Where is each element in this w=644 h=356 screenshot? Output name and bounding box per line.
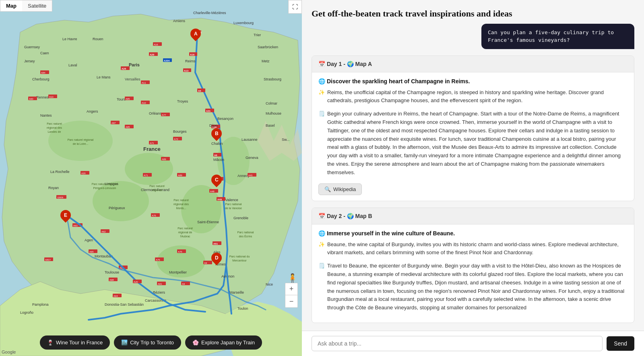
wikipedia-button-1[interactable]: 🔍 Wikipedia (318, 183, 362, 195)
svg-text:Parc naturel régional: Parc naturel régional (68, 138, 94, 142)
svg-text:Mâcon: Mâcon (213, 158, 224, 162)
svg-text:A89: A89 (162, 158, 166, 161)
svg-text:régional des: régional des (47, 126, 62, 130)
svg-text:régional: régional (152, 189, 162, 192)
svg-text:Mercantour: Mercantour (232, 259, 247, 262)
svg-text:Reims: Reims (185, 59, 196, 63)
content-area: Can you plan a five-day culinary trip to… (302, 24, 644, 331)
trip-input[interactable] (312, 336, 603, 351)
svg-text:A68: A68 (109, 279, 114, 281)
svg-text:A84: A84 (41, 72, 45, 74)
svg-text:A304: A304 (164, 60, 170, 62)
day-2-header: 📅 Day 2 - 🌍 Map B (312, 208, 634, 224)
street-view-icon[interactable]: 🧍 (287, 273, 298, 284)
svg-text:Rennes: Rennes (36, 95, 49, 99)
svg-text:Parc naturel: Parc naturel (178, 227, 193, 230)
svg-text:Orléans: Orléans (149, 111, 162, 115)
svg-text:régional des: régional des (173, 203, 189, 206)
svg-text:A6: A6 (214, 154, 217, 156)
svg-text:A11: A11 (142, 82, 146, 84)
svg-text:Sw...: Sw... (282, 138, 290, 142)
wine-icon: 🍷 (47, 340, 54, 346)
right-panel: Get off-the-beaten track travel inspirat… (302, 0, 644, 356)
day-1-header: 📅 Day 1 - 🌍 Map A (312, 56, 634, 72)
svg-text:A71: A71 (144, 174, 148, 177)
svg-text:Parc naturel: Parc naturel (149, 185, 165, 187)
svg-text:Béziers: Béziers (153, 290, 165, 294)
day-1-detail-text: Begin your culinary adventure in Reims, … (327, 110, 627, 177)
marker-b: B (211, 128, 222, 141)
tab-satellite[interactable]: Satellite (22, 0, 52, 11)
svg-text:Metz: Metz (262, 59, 270, 63)
svg-text:Valence: Valence (225, 198, 238, 202)
day-1-title: 🌐 Discover the sparkling heart of Champa… (318, 78, 627, 84)
svg-text:Landes de: Landes de (48, 130, 61, 133)
pill-japan-train[interactable]: 🌸 Explore Japan by Train (185, 335, 262, 350)
day-2-content: 🌐 Immerse yourself in the wine culture o… (312, 224, 634, 323)
svg-text:Parc national: Parc national (225, 203, 242, 206)
tab-map[interactable]: Map (0, 0, 22, 11)
svg-text:Lausanne: Lausanne (242, 138, 258, 142)
svg-text:A65: A65 (89, 251, 94, 253)
page-header: Get off-the-beaten track travel inspirat… (302, 0, 644, 24)
pill-city-trip[interactable]: 🏙️ City Trip to Toronto (114, 335, 181, 350)
svg-text:régional de: régional de (178, 231, 192, 234)
marker-c: C (211, 175, 222, 187)
fullscreen-button[interactable]: ⛶ (288, 0, 302, 14)
send-button[interactable]: Send (607, 336, 634, 351)
svg-text:Parc naturel régional: Parc naturel régional (92, 183, 118, 186)
svg-text:Strasbourg: Strasbourg (264, 77, 281, 81)
note-icon-1: 🗒️ (318, 110, 325, 177)
svg-text:A63: A63 (73, 224, 78, 227)
svg-text:A51: A51 (213, 243, 218, 245)
svg-text:A61: A61 (158, 283, 162, 285)
zoom-in-button[interactable]: + (285, 283, 297, 295)
suggestion-pills: 🍷 Wine Tour in France 🏙️ City Trip to To… (0, 335, 302, 350)
svg-text:Basel: Basel (266, 123, 275, 128)
marker-e: E (60, 210, 71, 223)
svg-text:Périgueux: Périgueux (109, 206, 125, 210)
svg-text:A9: A9 (204, 262, 207, 264)
svg-text:de la Loire...: de la Loire... (73, 142, 89, 145)
svg-text:Nantes: Nantes (40, 113, 52, 117)
svg-text:A89: A89 (178, 174, 182, 177)
sparkle-icon-2: ✨ (318, 241, 325, 257)
svg-text:France: France (143, 146, 161, 152)
svg-text:La Rochelle: La Rochelle (50, 170, 70, 174)
svg-text:Jersey: Jersey (24, 59, 35, 63)
wiki-label-1: Wikipedia (333, 186, 356, 192)
svg-text:l'Aubrac: l'Aubrac (180, 235, 190, 238)
svg-text:Donostia-San Sebastián: Donostia-San Sebastián (105, 302, 144, 307)
day-2-intro: ✨ Beaune, the wine capital of Burgundy, … (318, 241, 627, 257)
city-icon: 🏙️ (121, 340, 128, 346)
svg-text:de la Vanoise: de la Vanoise (225, 207, 242, 210)
svg-text:A75: A75 (156, 259, 160, 261)
zoom-out-button[interactable]: − (285, 295, 297, 307)
svg-text:Mulhouse: Mulhouse (266, 111, 281, 115)
svg-text:Parc naturel: Parc naturel (173, 199, 189, 202)
svg-text:A75: A75 (152, 214, 156, 217)
footer-input-bar: Send (302, 331, 644, 356)
svg-text:A10: A10 (142, 102, 146, 104)
svg-text:Logroño: Logroño (20, 311, 33, 315)
google-watermark: Google (2, 350, 16, 354)
svg-text:Colmar: Colmar (266, 101, 277, 105)
svg-text:Agen: Agen (85, 238, 93, 242)
svg-text:Marseille: Marseille (229, 290, 244, 294)
svg-text:Dijon: Dijon (209, 123, 218, 128)
svg-text:A20: A20 (134, 281, 138, 283)
pill-wine-tour[interactable]: 🍷 Wine Tour in France (40, 335, 110, 350)
svg-text:Versailles: Versailles (125, 77, 140, 81)
day-2-card: 📅 Day 2 - 🌍 Map B 🌐 Immerse yourself in … (312, 208, 634, 323)
day-2-detail-text: Travel to Beaune, the epicenter of Burgu… (327, 262, 627, 312)
svg-text:Parc national: Parc national (237, 231, 254, 234)
user-message-container: Can you plan a five-day culinary trip to… (312, 24, 634, 49)
svg-text:Grenoble: Grenoble (233, 216, 248, 220)
svg-text:A31: A31 (206, 110, 211, 112)
svg-text:Parc national du: Parc national du (229, 255, 250, 258)
day-1-intro: ✨ Reims, the unofficial capital of the C… (318, 88, 627, 105)
svg-text:Toulon: Toulon (237, 307, 248, 311)
page-title: Get off-the-beaten track travel inspirat… (312, 8, 634, 20)
svg-text:A16: A16 (190, 54, 195, 56)
svg-text:A41: A41 (248, 174, 253, 177)
